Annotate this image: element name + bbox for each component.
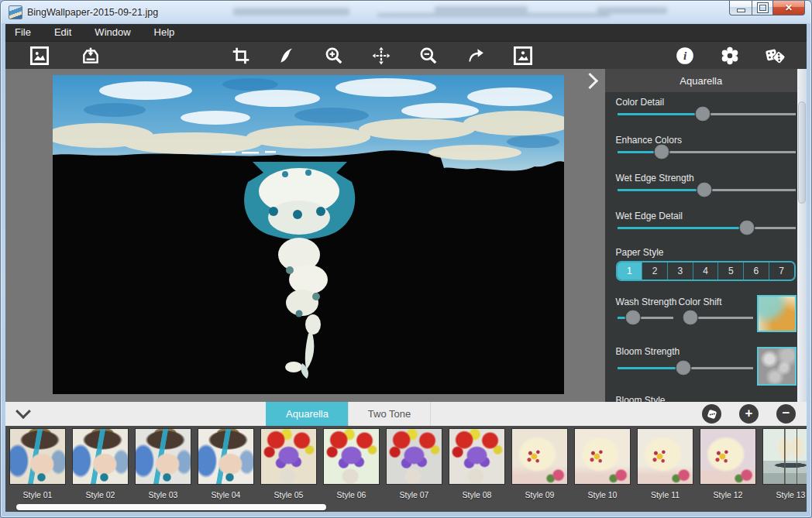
open-image-button[interactable]: [27, 44, 52, 67]
plus-icon: +: [745, 407, 753, 420]
zoom-strip-in-button[interactable]: +: [739, 404, 759, 424]
window-title: BingWallpaper-2015-09-21.jpg: [27, 7, 158, 18]
image-preview-icon: [512, 46, 534, 66]
slider-thumb[interactable]: [694, 106, 710, 122]
zoom-in-button[interactable]: [322, 44, 346, 67]
info-icon: i: [675, 46, 695, 66]
style-item[interactable]: Style 04: [198, 428, 254, 499]
style-item[interactable]: Style 06: [323, 428, 380, 499]
slider-thumb[interactable]: [654, 144, 670, 160]
collapse-strip-chevron[interactable]: [15, 403, 31, 419]
brush-curve-button[interactable]: [274, 44, 299, 67]
style-strip: Style 01 Style 02 Style 03 Style 04 Styl…: [5, 426, 807, 512]
brush-curve-icon: [277, 46, 297, 66]
settings-button[interactable]: [717, 44, 742, 67]
zoom-out-icon: [418, 46, 439, 66]
save-image-button[interactable]: [78, 44, 103, 67]
menu-help[interactable]: Help: [143, 24, 187, 41]
app-window: BingWallpaper-2015-09-21.jpg ✕ File Edit…: [0, 0, 812, 518]
slider-thumb[interactable]: [625, 310, 642, 326]
redo-icon: [465, 46, 485, 66]
panel-scrollbar-thumb[interactable]: [798, 101, 806, 204]
bloom-strength-slider[interactable]: [618, 359, 753, 376]
paper-style-option-4[interactable]: 4: [693, 262, 718, 280]
pan-move-icon: [371, 46, 391, 66]
close-icon: ✕: [785, 3, 793, 12]
menu-file[interactable]: File: [5, 24, 43, 41]
paper-style-option-2[interactable]: 2: [642, 262, 667, 280]
color-shift-label: Color Shift: [679, 297, 722, 307]
tab-two-tone[interactable]: Two Tone: [348, 402, 431, 426]
dice-icon: [763, 46, 786, 66]
style-item[interactable]: Style 03: [135, 428, 191, 499]
slider-thumb[interactable]: [682, 310, 698, 326]
crop-button[interactable]: [229, 44, 253, 67]
slider-thumb[interactable]: [676, 360, 692, 376]
dice-small-icon: [706, 408, 718, 420]
panel-body: Color Detail Enhance Colors Wet Edge Str…: [605, 92, 798, 402]
color-shift-slider[interactable]: [683, 309, 753, 326]
paper-style-option-1[interactable]: 1: [618, 262, 642, 280]
paper-style-option-6[interactable]: 6: [743, 262, 769, 280]
enhance-colors-slider[interactable]: [618, 143, 796, 160]
paper-style-option-7[interactable]: 7: [769, 262, 794, 280]
strip-scrollbar[interactable]: [16, 504, 326, 510]
save-image-icon: [80, 46, 102, 66]
slider-thumb[interactable]: [697, 182, 713, 198]
style-item[interactable]: Style 09: [511, 428, 568, 499]
tab-aquarella[interactable]: Aquarella: [266, 402, 348, 426]
style-item[interactable]: Style 02: [72, 428, 129, 499]
canvas-area[interactable]: b: [5, 69, 605, 402]
style-item[interactable]: Style 05: [260, 428, 317, 499]
menu-bar: File Edit Window Help: [5, 24, 807, 41]
collapse-panel-chevron[interactable]: [581, 73, 597, 89]
menu-edit[interactable]: Edit: [43, 24, 83, 41]
minimize-button[interactable]: [729, 1, 752, 15]
bottom-tab-bar: Aquarella Two Tone + −: [5, 402, 807, 426]
wash-texture-thumbnail[interactable]: [757, 295, 797, 332]
pan-move-button[interactable]: [369, 44, 394, 67]
style-list: Style 01 Style 02 Style 03 Style 04 Styl…: [9, 428, 807, 499]
wet-edge-strength-slider[interactable]: [618, 181, 796, 198]
maximize-button[interactable]: [752, 1, 773, 15]
maximize-icon: [758, 3, 768, 12]
wet-edge-detail-slider[interactable]: [618, 219, 796, 236]
paper-style-option-5[interactable]: 5: [717, 262, 743, 280]
bloom-texture-thumbnail[interactable]: [757, 347, 797, 386]
random-style-button[interactable]: [702, 404, 721, 424]
window-content: File Edit Window Help: [5, 24, 807, 512]
style-item[interactable]: Style 08: [449, 428, 505, 499]
wash-strength-label: Wash Strength: [616, 297, 677, 307]
app-icon: [9, 5, 22, 19]
zoom-strip-out-button[interactable]: −: [776, 404, 796, 424]
color-detail-slider[interactable]: [618, 105, 796, 122]
style-item[interactable]: Style 11: [637, 428, 693, 499]
title-bar[interactable]: BingWallpaper-2015-09-21.jpg: [1, 1, 811, 24]
wash-strength-slider[interactable]: [618, 309, 673, 326]
open-image-icon: [29, 46, 50, 66]
style-item[interactable]: Style 01: [9, 428, 66, 499]
slider-thumb[interactable]: [739, 220, 755, 236]
bloom-strength-label: Bloom Strength: [616, 346, 680, 357]
menu-window[interactable]: Window: [83, 24, 142, 41]
panel-scrollbar[interactable]: [797, 69, 807, 402]
style-item[interactable]: Style 12: [700, 428, 756, 499]
canvas-image: b: [53, 75, 564, 394]
minus-icon: −: [783, 407, 790, 420]
close-button[interactable]: ✕: [772, 1, 805, 15]
info-button[interactable]: i: [673, 44, 697, 67]
image-preview-button[interactable]: [511, 44, 535, 67]
zoom-out-button[interactable]: [416, 44, 441, 67]
settings-gear-icon: [720, 46, 740, 66]
toolbar: i: [5, 41, 807, 69]
paper-style-option-3[interactable]: 3: [667, 262, 693, 280]
adjustments-panel: Aquarella Color Detail Enhance Colors We…: [605, 69, 798, 402]
style-item[interactable]: Style 13: [762, 428, 807, 499]
bloom-style-label: Bloom Style: [616, 395, 666, 402]
randomize-button[interactable]: [762, 44, 787, 67]
style-item[interactable]: Style 10: [574, 428, 631, 499]
style-item[interactable]: Style 07: [386, 428, 442, 499]
redo-button[interactable]: [463, 44, 487, 67]
minimize-icon: [738, 9, 745, 12]
crop-icon: [231, 46, 251, 66]
